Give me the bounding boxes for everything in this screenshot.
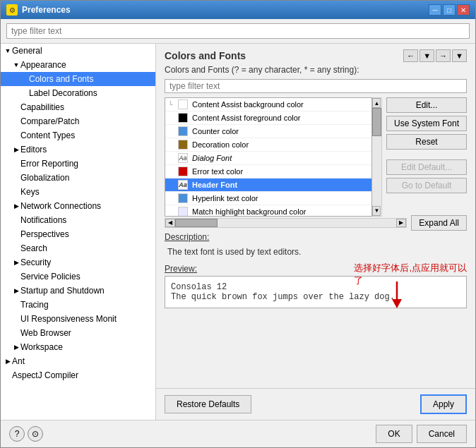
color-swatch — [178, 140, 188, 150]
sidebar-item-workspace[interactable]: ▶ Workspace — [1, 340, 155, 354]
horz-scroll-right[interactable]: ▶ — [396, 219, 406, 227]
color-item-content-assist-fg[interactable]: Content Assist foreground color — [165, 111, 371, 125]
scroll-down-button[interactable]: ▼ — [372, 206, 381, 216]
use-system-font-button[interactable]: Use System Font — [386, 116, 467, 131]
color-label: Decoration color — [192, 140, 249, 149]
sidebar-item-compare-patch[interactable]: Compare/Patch — [1, 114, 155, 128]
expand-icon: ▶ — [12, 202, 20, 210]
sidebar-item-ant[interactable]: ▶ Ant — [1, 354, 155, 368]
colors-fonts-subtitle: Colors and Fonts (? = any character, * =… — [165, 65, 467, 75]
cancel-button[interactable]: Cancel — [417, 425, 467, 443]
edit-button[interactable]: Edit... — [386, 97, 467, 113]
sidebar-item-ui-responsiveness[interactable]: UI Responsiveness Monit — [1, 312, 155, 326]
color-item-error-text[interactable]: Error text color — [165, 165, 371, 178]
color-item-counter[interactable]: Counter color — [165, 125, 371, 138]
sidebar-item-content-types[interactable]: Content Types — [1, 128, 155, 143]
horz-scroll-track — [175, 219, 396, 227]
color-item-hyperlink[interactable]: Hyperlink text color — [165, 192, 371, 205]
close-button[interactable]: ✕ — [457, 4, 470, 16]
maximize-button[interactable]: □ — [443, 4, 456, 16]
sidebar-item-appearance[interactable]: ▼ Appearance — [1, 58, 155, 72]
go-to-default-button[interactable]: Go to Default — [386, 178, 467, 193]
help-icons: ? ⊙ — [9, 426, 43, 442]
nav-forward-button[interactable]: → — [436, 49, 451, 62]
description-section: Description: The text font is used by te… — [165, 232, 467, 260]
horz-scroll-left[interactable]: ◀ — [165, 219, 175, 227]
reset-button[interactable]: Reset — [386, 134, 467, 150]
sidebar-label: Tracing — [20, 300, 49, 310]
bottom-action-bar: Restore Defaults Apply — [156, 388, 475, 420]
sidebar-item-search[interactable]: Search — [1, 241, 155, 255]
scroll-thumb[interactable] — [372, 108, 381, 136]
sidebar-item-service-policies[interactable]: Service Policies — [1, 270, 155, 284]
expand-all-button[interactable]: Expand All — [411, 215, 467, 231]
color-label: Content Assist foreground color — [192, 114, 300, 122]
sidebar-label: Search — [20, 243, 47, 253]
sidebar-label: Globalization — [20, 173, 69, 183]
color-item-content-assist-bg[interactable]: └ Content Assist background color — [165, 98, 371, 111]
horz-scroll-thumb[interactable] — [175, 219, 218, 227]
color-label: Match highlight background color — [192, 207, 306, 216]
expand-icon: ▼ — [12, 61, 20, 69]
font-swatch: Aa — [178, 180, 188, 190]
nav-dropdown-button[interactable]: ▼ — [420, 49, 434, 62]
dialog-icon: ⚙ — [6, 4, 18, 16]
sidebar-item-label-decorations[interactable]: Label Decorations — [1, 86, 155, 100]
sidebar-label: AspectJ Compiler — [12, 370, 78, 380]
sidebar-item-tracing[interactable]: Tracing — [1, 298, 155, 312]
expand-spacer — [20, 75, 29, 83]
ok-button[interactable]: OK — [376, 425, 412, 443]
sidebar-item-globalization[interactable]: Globalization — [1, 171, 155, 185]
sidebar-item-perspectives[interactable]: Perspectives — [1, 227, 155, 241]
font-swatch: Aa — [178, 153, 188, 163]
nav-back-button[interactable]: ← — [403, 49, 418, 62]
window-controls: ─ □ ✕ — [429, 4, 470, 16]
scroll-up-button[interactable]: ▲ — [372, 98, 381, 108]
restore-defaults-button[interactable]: Restore Defaults — [165, 395, 251, 413]
info-button[interactable]: ⊙ — [28, 426, 43, 442]
apply-button[interactable]: Apply — [420, 394, 467, 414]
sidebar-item-web-browser[interactable]: Web Browser — [1, 326, 155, 340]
minimize-button[interactable]: ─ — [429, 4, 441, 16]
expand-spacer — [12, 230, 20, 238]
color-swatch — [178, 193, 188, 203]
color-item-header-font[interactable]: Aa Header Font — [165, 178, 371, 192]
expand-icon: ▼ — [4, 47, 12, 55]
sidebar-item-general[interactable]: ▼ General — [1, 44, 155, 58]
color-label: Error text color — [192, 167, 243, 176]
horizontal-scroll-area: ◀ ▶ Expand All — [165, 218, 467, 228]
indent-marker: └ — [168, 101, 174, 108]
colors-list: └ Content Assist background color Conten… — [165, 97, 372, 217]
color-item-decoration[interactable]: Decoration color — [165, 138, 371, 152]
side-buttons: Edit... Use System Font Reset Edit Defau… — [382, 97, 467, 217]
sidebar-item-editors[interactable]: ▶ Editors — [1, 143, 155, 157]
sidebar-item-error-reporting[interactable]: Error Reporting — [1, 157, 155, 171]
sidebar-label: Capabilities — [20, 102, 64, 112]
sidebar-item-keys[interactable]: Keys — [1, 185, 155, 199]
color-item-dialog-font[interactable]: Aa Dialog Font — [165, 152, 371, 165]
sidebar-item-security[interactable]: ▶ Security — [1, 255, 155, 270]
colors-filter-input[interactable] — [165, 79, 467, 93]
sidebar-label: Notifications — [20, 215, 66, 225]
color-label: Content Assist background color — [192, 100, 304, 109]
sidebar-label: Appearance — [20, 60, 66, 70]
color-item-match-highlight[interactable]: Match highlight background color — [165, 205, 371, 217]
sidebar-item-startup-shutdown[interactable]: ▶ Startup and Shutdown — [1, 284, 155, 298]
color-swatch — [178, 113, 188, 123]
expand-spacer — [4, 371, 12, 380]
edit-default-button[interactable]: Edit Default... — [386, 159, 467, 175]
filter-input[interactable] — [6, 23, 470, 39]
expand-spacer — [12, 159, 20, 168]
sidebar-item-colors-fonts[interactable]: Colors and Fonts — [1, 72, 155, 86]
expand-icon: ▶ — [4, 357, 12, 365]
sidebar-item-network-connections[interactable]: ▶ Network Connections — [1, 199, 155, 213]
expand-spacer — [12, 329, 20, 337]
sidebar-item-aspectj-compiler[interactable]: AspectJ Compiler — [1, 368, 155, 382]
sidebar-item-capabilities[interactable]: Capabilities — [1, 100, 155, 114]
help-button[interactable]: ? — [9, 426, 25, 442]
expand-spacer — [12, 244, 20, 253]
sidebar-label: Label Decorations — [29, 88, 97, 98]
preview-box: Consolas 12 The quick brown fox jumps ov… — [165, 276, 467, 308]
nav-menu-button[interactable]: ▼ — [452, 49, 467, 62]
sidebar-item-notifications[interactable]: Notifications — [1, 213, 155, 227]
